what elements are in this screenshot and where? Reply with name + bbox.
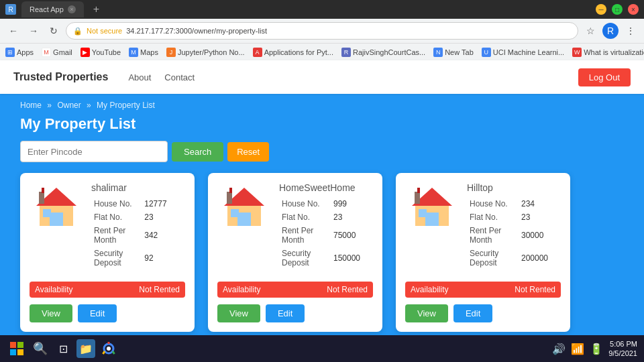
bookmark-newtab[interactable]: N New Tab bbox=[433, 48, 474, 57]
card-top-1: shalimar House No. 12777 Flat No. 23 bbox=[30, 182, 185, 275]
start-button[interactable] bbox=[7, 339, 27, 359]
edit-button-2[interactable]: Edit bbox=[266, 304, 305, 322]
availability-badge-1: Availability Not Rented bbox=[30, 282, 185, 298]
edit-button-1[interactable]: Edit bbox=[78, 304, 117, 322]
taskbar-file-explorer[interactable]: 📁 bbox=[76, 339, 95, 358]
property-card-2: HomeSweetHome House No. 999 Flat No. 23 bbox=[208, 173, 382, 332]
availability-label-3: Availability bbox=[411, 285, 448, 294]
taskbar-task-view[interactable]: ⊡ bbox=[54, 339, 72, 358]
bookmark-gmail[interactable]: M Gmail bbox=[42, 48, 72, 57]
breadcrumb-sep-2: » bbox=[87, 101, 91, 110]
value-deposit-1: 92 bbox=[142, 247, 183, 269]
bookmark-newtab-label: New Tab bbox=[445, 48, 474, 56]
taskbar-clock: 5:06 PM 9/5/2021 bbox=[608, 339, 637, 359]
clock-date: 9/5/2021 bbox=[608, 349, 637, 358]
svg-rect-11 bbox=[229, 188, 232, 193]
availability-status-1: Not Rented bbox=[139, 285, 180, 294]
taskbar-search[interactable]: 🔍 bbox=[31, 339, 50, 358]
svg-rect-3 bbox=[43, 209, 51, 217]
menu-button[interactable]: ⋮ bbox=[623, 23, 639, 39]
address-bar[interactable]: 🔒 Not secure 34.217.177.27:3000/owner/my… bbox=[66, 22, 578, 40]
bookmark-applications[interactable]: A Applications for Pyt... bbox=[253, 48, 333, 57]
svg-rect-16 bbox=[415, 192, 420, 204]
bookmark-applications-label: Applications for Pyt... bbox=[264, 48, 333, 56]
view-button-1[interactable]: View bbox=[30, 304, 72, 322]
card-actions-1: View Edit bbox=[30, 304, 185, 322]
browser-tab[interactable]: React App × bbox=[21, 1, 84, 17]
table-row: Security Deposit 200000 bbox=[467, 247, 561, 269]
refresh-button[interactable]: ↻ bbox=[46, 23, 62, 39]
availability-label-2: Availability bbox=[223, 285, 260, 294]
forward-button[interactable]: → bbox=[25, 23, 42, 39]
logout-button[interactable]: Log Out bbox=[578, 68, 631, 86]
property-card-3: Hilltop House No. 234 Flat No. 23 bbox=[396, 173, 570, 332]
house-icon-2 bbox=[217, 182, 271, 236]
pincode-input[interactable] bbox=[20, 141, 168, 162]
back-button[interactable]: ← bbox=[5, 23, 21, 39]
url-text: 34.217.177.27:3000/owner/my-property-lis… bbox=[126, 27, 267, 35]
bookmark-virtualization[interactable]: W What is virtualizatio... bbox=[572, 48, 644, 57]
view-button-2[interactable]: View bbox=[217, 304, 260, 322]
bookmark-uci[interactable]: U UCI Machine Learni... bbox=[482, 48, 564, 57]
minimize-button[interactable]: ─ bbox=[596, 4, 606, 15]
youtube-icon: ▶ bbox=[80, 48, 90, 57]
bookmark-apps[interactable]: ⊞ Apps bbox=[5, 48, 34, 57]
breadcrumb-owner[interactable]: Owner bbox=[57, 101, 80, 110]
new-tab-button[interactable]: + bbox=[89, 3, 103, 15]
property-table-2: House No. 999 Flat No. 23 Rent Per Month… bbox=[279, 197, 373, 269]
bookmark-uci-label: UCI Machine Learni... bbox=[493, 48, 564, 56]
property-table-3: House No. 234 Flat No. 23 Rent Per Month… bbox=[467, 197, 561, 269]
bookmarks-bar: ⊞ Apps M Gmail ▶ YouTube M Maps J Jupyte… bbox=[0, 43, 644, 60]
svg-rect-15 bbox=[419, 209, 427, 217]
nav-about[interactable]: About bbox=[128, 72, 151, 82]
table-row: Flat No. 23 bbox=[279, 210, 373, 224]
svg-rect-2 bbox=[50, 213, 63, 226]
view-button-3[interactable]: View bbox=[405, 304, 448, 322]
breadcrumb-home[interactable]: Home bbox=[20, 101, 42, 110]
profile-button[interactable]: R bbox=[602, 23, 619, 39]
svg-point-23 bbox=[107, 347, 111, 351]
value-flat-no-3: 23 bbox=[519, 210, 561, 224]
navbar: Trusted Properties About Contact Log Out bbox=[0, 60, 644, 94]
taskbar: 🔍 ⊡ 📁 🔊 📶 🔋 5:06 PM 9/5/2021 bbox=[0, 335, 644, 362]
bookmark-youtube[interactable]: ▶ YouTube bbox=[80, 48, 121, 57]
bookmark-rajiv-label: RajivSinghCourtCas... bbox=[353, 48, 425, 56]
table-row: House No. 12777 bbox=[91, 197, 183, 210]
svg-rect-21 bbox=[17, 349, 23, 355]
card-actions-2: View Edit bbox=[217, 304, 373, 322]
svg-rect-17 bbox=[417, 188, 420, 193]
applications-icon: A bbox=[253, 48, 262, 57]
bookmark-rajiv[interactable]: R RajivSinghCourtCas... bbox=[341, 48, 425, 57]
nav-contact[interactable]: Contact bbox=[164, 72, 195, 82]
bookmark-maps[interactable]: M Maps bbox=[129, 48, 158, 57]
value-rent-2: 75000 bbox=[331, 224, 373, 247]
availability-status-2: Not Rented bbox=[327, 285, 368, 294]
svg-rect-9 bbox=[231, 209, 239, 217]
close-tab-button[interactable]: × bbox=[68, 5, 76, 13]
page-body: Home » Owner » My Property List My Prope… bbox=[0, 94, 644, 339]
reset-button[interactable]: Reset bbox=[227, 142, 269, 162]
house-icon-3 bbox=[405, 182, 459, 236]
search-button[interactable]: Search bbox=[172, 142, 223, 162]
label-rent-3: Rent Per Month bbox=[467, 224, 519, 247]
window-controls: ─ □ × bbox=[596, 4, 639, 15]
table-row: Rent Per Month 75000 bbox=[279, 224, 373, 247]
label-rent-2: Rent Per Month bbox=[279, 224, 331, 247]
edit-button-3[interactable]: Edit bbox=[453, 304, 492, 322]
label-house-no-3: House No. bbox=[467, 197, 519, 210]
label-deposit-3: Security Deposit bbox=[467, 247, 519, 269]
search-bar: Search Reset bbox=[20, 141, 624, 162]
close-window-button[interactable]: × bbox=[628, 4, 639, 15]
restore-button[interactable]: □ bbox=[612, 4, 623, 15]
bookmark-jupyter[interactable]: J Jupyter/Python No... bbox=[166, 48, 245, 57]
app-content: Trusted Properties About Contact Log Out… bbox=[0, 60, 644, 335]
cards-container: shalimar House No. 12777 Flat No. 23 bbox=[20, 173, 624, 332]
bookmark-apps-label: Apps bbox=[17, 48, 34, 56]
table-row: House No. 234 bbox=[467, 197, 561, 210]
taskbar-chrome[interactable] bbox=[99, 339, 118, 358]
svg-line-25 bbox=[113, 351, 115, 354]
lock-icon: 🔒 bbox=[73, 27, 83, 36]
bookmark-button[interactable]: ☆ bbox=[582, 23, 598, 39]
browser-favicon: R bbox=[5, 4, 16, 15]
table-row: Security Deposit 150000 bbox=[279, 247, 373, 269]
